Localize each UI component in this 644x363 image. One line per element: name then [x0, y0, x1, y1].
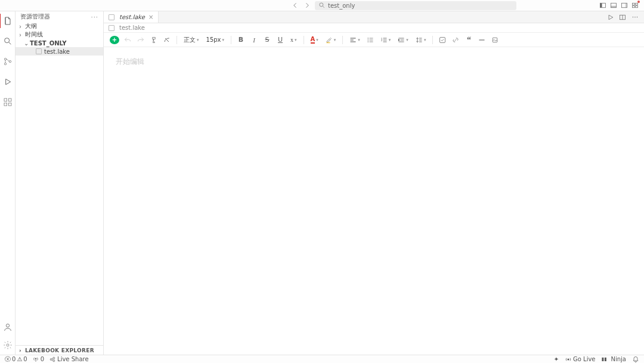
tab-bar: test.lake × ···	[104, 11, 644, 23]
close-tab-button[interactable]: ×	[148, 14, 153, 20]
svg-point-34	[53, 359, 55, 361]
svg-point-13	[4, 63, 6, 64]
svg-rect-9	[633, 6, 635, 8]
svg-rect-4	[611, 6, 617, 8]
svg-rect-6	[626, 3, 627, 8]
sparkle-icon: ✦	[554, 356, 559, 362]
sidebar-more-button[interactable]: ···	[91, 14, 98, 20]
error-icon: ⓧ	[5, 355, 11, 364]
layout-panel-icon[interactable]	[609, 1, 618, 10]
bell-icon	[632, 356, 639, 363]
editor-area: test.lake × ··· test.lake + 正文▾ 15px▾	[104, 11, 644, 355]
customize-layout-icon[interactable]	[631, 1, 639, 10]
run-button[interactable]	[607, 14, 615, 21]
svg-rect-29	[440, 37, 445, 42]
editor-tab[interactable]: test.lake ×	[104, 11, 159, 23]
link-button[interactable]	[451, 35, 460, 45]
bold-button[interactable]: B	[236, 35, 246, 45]
extensions-activity[interactable]	[2, 96, 14, 108]
settings-activity[interactable]	[2, 339, 14, 351]
svg-point-24	[367, 38, 369, 39]
tab-label: test.lake	[119, 14, 145, 20]
paragraph-style-dropdown[interactable]: 正文▾	[182, 36, 201, 44]
attachment-button[interactable]	[490, 35, 500, 45]
divider-button[interactable]	[477, 35, 487, 45]
underline-button[interactable]: U	[275, 35, 285, 45]
script-dropdown[interactable]: x▾	[289, 36, 299, 43]
redo-button[interactable]	[136, 35, 145, 45]
file-icon	[109, 25, 114, 31]
svg-point-26	[367, 41, 369, 42]
svg-point-14	[9, 60, 11, 62]
notifications-status[interactable]	[632, 356, 639, 363]
prettier-status[interactable]: ✦	[554, 356, 559, 362]
nav-back-button[interactable]	[291, 1, 299, 10]
svg-point-19	[6, 324, 9, 327]
outdent-dropdown[interactable]: ▾	[396, 36, 410, 44]
activity-bar	[0, 11, 16, 355]
svg-rect-10	[636, 6, 638, 8]
bullet-list-button[interactable]	[366, 35, 375, 45]
svg-point-33	[53, 357, 55, 359]
go-live-status[interactable]: Go Live	[565, 356, 595, 363]
layout-sidebar-left-icon[interactable]	[599, 1, 607, 10]
text-color-dropdown[interactable]: A▾	[309, 36, 320, 44]
search-icon	[318, 2, 326, 9]
svg-point-32	[50, 358, 52, 360]
italic-button[interactable]: I	[249, 35, 259, 45]
file-icon	[36, 48, 42, 54]
svg-point-20	[7, 344, 9, 346]
sidebar-title: 资源管理器	[20, 13, 50, 21]
timeline-section[interactable]: ›时间线	[16, 30, 103, 39]
search-activity[interactable]	[2, 35, 14, 47]
insert-button[interactable]: +	[110, 36, 119, 44]
title-bar: test_only	[0, 0, 644, 11]
accounts-activity[interactable]	[2, 321, 14, 333]
ninja-status[interactable]: ▮▮ Ninja	[601, 356, 626, 362]
ports-status[interactable]: 0	[32, 356, 44, 363]
align-dropdown[interactable]: ▾	[348, 36, 362, 44]
ordered-list-dropdown[interactable]: 12▾	[379, 36, 393, 44]
font-size-dropdown[interactable]: 15px▾	[205, 36, 227, 43]
explorer-activity[interactable]	[2, 15, 14, 27]
breadcrumb[interactable]: test.lake	[104, 23, 644, 33]
folder-section[interactable]: ⌄TEST_ONLY	[16, 39, 103, 47]
line-height-dropdown[interactable]: ▾	[414, 36, 428, 44]
live-share-icon	[49, 356, 56, 363]
nav-forward-button[interactable]	[303, 1, 311, 10]
editor-content[interactable]: 开始编辑	[104, 47, 644, 355]
split-editor-button[interactable]	[619, 14, 627, 21]
svg-point-0	[320, 3, 323, 7]
highlight-icon	[326, 36, 333, 44]
svg-text:2: 2	[381, 39, 383, 42]
svg-rect-2	[600, 3, 602, 8]
svg-point-25	[367, 39, 369, 41]
run-debug-activity[interactable]	[2, 76, 14, 88]
source-control-activity[interactable]	[2, 56, 14, 67]
layout-sidebar-right-icon[interactable]	[620, 1, 628, 10]
strikethrough-button[interactable]: S	[262, 35, 272, 45]
svg-rect-17	[4, 103, 7, 106]
format-painter-button[interactable]	[149, 35, 159, 45]
more-actions-button[interactable]: ···	[631, 13, 639, 21]
undo-button[interactable]	[123, 35, 132, 45]
file-icon	[109, 14, 114, 20]
task-list-button[interactable]	[438, 35, 447, 45]
live-share-status[interactable]: Live Share	[49, 356, 88, 363]
problems-status[interactable]: ⓧ0 ⚠0	[5, 355, 27, 364]
antenna-icon	[32, 356, 39, 363]
svg-rect-18	[8, 103, 11, 106]
command-search-input[interactable]: test_only	[315, 1, 516, 10]
outline-section[interactable]: ›大纲	[16, 22, 103, 30]
svg-rect-8	[636, 3, 638, 5]
quote-button[interactable]: “	[464, 35, 473, 45]
svg-point-35	[568, 358, 569, 360]
clear-format-button[interactable]	[162, 35, 172, 45]
lakebook-explorer-section[interactable]: ›LAKEBOOK EXPLORER	[16, 345, 103, 355]
file-item[interactable]: test.lake	[16, 47, 103, 56]
svg-rect-7	[633, 3, 635, 5]
svg-point-12	[4, 58, 6, 60]
status-bar: ⓧ0 ⚠0 0 Live Share ✦ Go Live ▮▮ Ninja	[0, 355, 644, 363]
highlight-dropdown[interactable]: ▾	[324, 36, 338, 44]
svg-rect-16	[8, 99, 11, 101]
